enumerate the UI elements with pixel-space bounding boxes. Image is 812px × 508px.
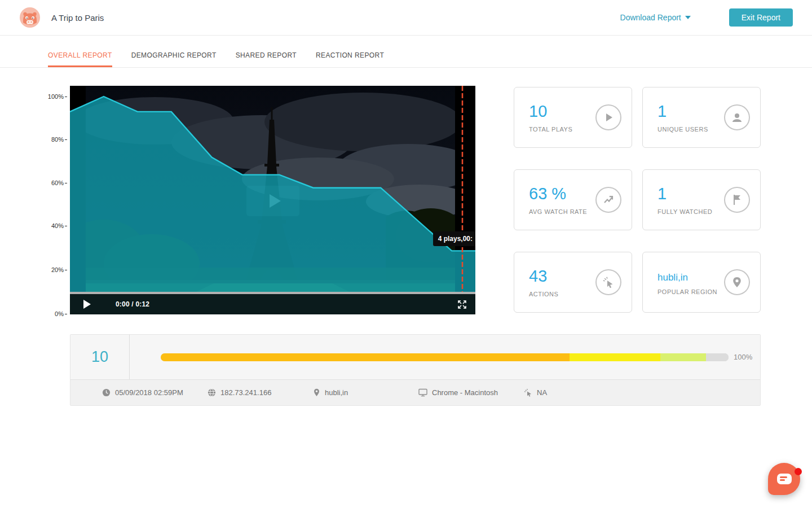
- play-button[interactable]: [83, 300, 91, 309]
- detail-text: NA: [537, 388, 547, 397]
- viewer-details-row: 05/09/2018 02:59PM 182.73.241.166 hubli,…: [70, 379, 760, 405]
- user-icon: [724, 104, 750, 130]
- stat-label: FULLY WATCHED: [657, 208, 712, 215]
- stat-label: TOTAL PLAYS: [529, 126, 572, 133]
- stat-label: POPULAR REGION: [657, 288, 717, 295]
- download-report-label: Download Report: [620, 13, 681, 22]
- watch-bar-segment: [161, 353, 570, 361]
- play-circle-icon: [595, 104, 621, 130]
- y-axis-tick: 60%: [0, 179, 67, 187]
- watch-rate-y-axis: 100% 80% 60% 40% 20% 0%: [0, 86, 67, 317]
- playhead-tooltip: 4 plays,00:: [433, 231, 475, 246]
- tab-demographic-report[interactable]: DEMOGRAPHIC REPORT: [131, 51, 217, 67]
- stat-value: 10: [529, 102, 572, 121]
- stat-label: UNIQUE USERS: [657, 126, 708, 133]
- tab-reaction-report[interactable]: REACTION REPORT: [316, 51, 384, 67]
- tab-overall-report[interactable]: OVERALL REPORT: [48, 51, 112, 67]
- fullscreen-button[interactable]: [457, 300, 467, 309]
- notification-badge: [795, 468, 802, 475]
- chat-bubble-icon: [777, 474, 792, 484]
- viewer-progress-row: 10 100%: [70, 335, 760, 379]
- detail-text: Chrome - Macintosh: [432, 388, 498, 397]
- stat-card-total-plays: 10 TOTAL PLAYS: [514, 87, 632, 148]
- stat-card-avg-watch-rate: 63 % AVG WATCH RATE: [514, 169, 632, 230]
- download-report-link[interactable]: Download Report: [620, 13, 691, 22]
- detail-timestamp: 05/09/2018 02:59PM: [102, 388, 208, 397]
- detail-actions: NA: [524, 388, 547, 397]
- detail-location: hubli,in: [313, 388, 418, 397]
- exit-report-button[interactable]: Exit Report: [729, 8, 793, 27]
- stat-card-actions: 43 ACTIONS: [514, 252, 632, 313]
- click-icon: [524, 388, 532, 397]
- y-axis-tick: 40%: [0, 222, 67, 230]
- watch-progress-bar: [161, 353, 729, 361]
- clock-icon: [102, 388, 111, 397]
- detail-browser-os: Chrome - Macintosh: [418, 388, 524, 397]
- stat-label: ACTIONS: [529, 291, 558, 297]
- watch-bar-segment: [660, 353, 706, 361]
- trend-up-icon: [595, 187, 621, 213]
- watch-bar-segment: [570, 353, 660, 361]
- stat-value: hubli,in: [657, 270, 717, 283]
- video-controls-bar: 0:00 / 0:12: [70, 294, 475, 314]
- location-pin-icon: [313, 388, 320, 397]
- watch-bar-segment: [706, 353, 729, 361]
- stat-cards-grid: 10 TOTAL PLAYS 1 UNIQUE USERS 63 % AVG W…: [514, 87, 761, 313]
- stat-card-unique-users: 1 UNIQUE USERS: [642, 87, 761, 148]
- stat-value: 1: [657, 102, 708, 121]
- y-axis-tick: 100%: [0, 93, 67, 100]
- time-display: 0:00 / 0:12: [116, 300, 149, 308]
- stat-value: 43: [529, 267, 558, 286]
- y-axis-tick: 80%: [0, 135, 67, 143]
- location-pin-icon: [724, 269, 750, 295]
- monitor-icon: [418, 388, 427, 397]
- stat-value: 1: [657, 185, 712, 203]
- stat-label: AVG WATCH RATE: [529, 208, 587, 215]
- watch-percent-label: 100%: [734, 353, 753, 361]
- viewer-row-panel: 10 100% 05/09/2018 02:59PM 182.73.241.16…: [70, 334, 761, 406]
- viewer-play-count: 10: [70, 335, 130, 379]
- stat-value: 63 %: [529, 185, 587, 203]
- globe-icon: [208, 388, 216, 397]
- y-axis-tick: 0%: [0, 310, 67, 318]
- stat-card-fully-watched: 1 FULLY WATCHED: [642, 169, 761, 230]
- stat-card-popular-region: hubli,in POPULAR REGION: [642, 252, 761, 313]
- detail-text: 182.73.241.166: [220, 388, 271, 397]
- caret-down-icon: [685, 16, 691, 19]
- video-player: 0:00 / 0:12 4 plays,00:: [70, 86, 475, 314]
- detail-text: 05/09/2018 02:59PM: [115, 388, 183, 397]
- page-title: A Trip to Paris: [51, 13, 104, 23]
- detail-ip-address: 182.73.241.166: [208, 388, 313, 397]
- flag-icon: [724, 187, 750, 213]
- hippo-mascot-logo: [20, 7, 40, 28]
- report-tabbar: OVERALL REPORT DEMOGRAPHIC REPORT SHARED…: [0, 36, 812, 68]
- y-axis-tick: 20%: [0, 266, 67, 274]
- tab-shared-report[interactable]: SHARED REPORT: [236, 51, 297, 67]
- app-header: A Trip to Paris Download Report Exit Rep…: [0, 0, 812, 36]
- click-icon: [595, 269, 621, 295]
- chat-widget-button[interactable]: [768, 463, 800, 495]
- detail-text: hubli,in: [325, 388, 348, 397]
- watch-rate-area-chart: [70, 86, 475, 314]
